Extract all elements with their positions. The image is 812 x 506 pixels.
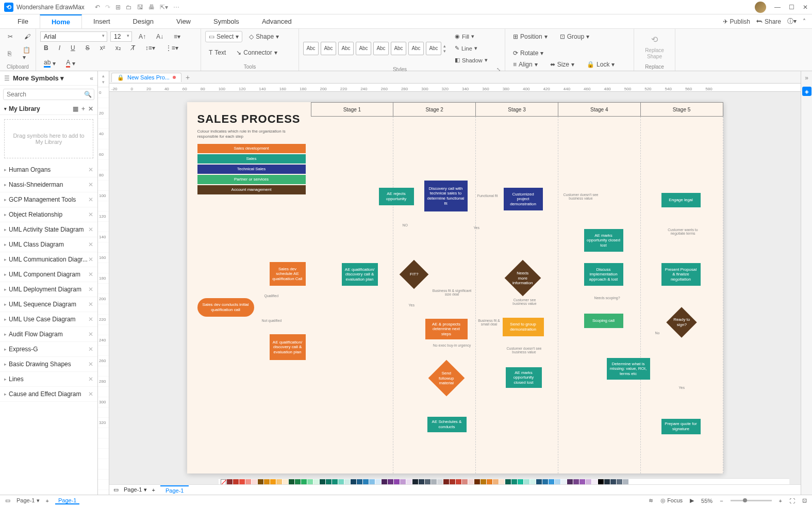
expand-right-icon[interactable]: » <box>805 74 808 81</box>
close-category-icon[interactable]: ✕ <box>88 226 93 233</box>
shape-schedule-call[interactable]: Sales dev schedule AE qualification Call <box>270 262 306 286</box>
shape-closed-lost-1[interactable]: AE marks opportunity closed lost <box>506 367 542 388</box>
category-item[interactable]: ▸UML Deployment Diagram✕ <box>0 282 97 297</box>
new-icon[interactable]: ⊞ <box>115 4 121 11</box>
category-item[interactable]: ▸UML Communication Diagr...✕ <box>0 252 97 267</box>
more-icon[interactable]: ⋯ <box>173 4 179 11</box>
diagram-page[interactable]: SALES PROCESS Colour indicates which rol… <box>187 102 723 474</box>
italic-icon[interactable]: I <box>55 42 64 54</box>
shape-prepare-quote[interactable]: Prepare quote for signature <box>661 419 701 434</box>
shape-engage-legal[interactable]: Engage legal <box>661 193 701 207</box>
connector-tool[interactable]: ↘ Connector ▾ <box>233 47 280 58</box>
decrease-font-icon[interactable]: A↓ <box>153 31 167 42</box>
add-tab-icon[interactable]: + <box>186 73 190 81</box>
undo-icon[interactable]: ↶ <box>95 4 100 11</box>
shape-tool[interactable]: ◇ Shape ▾ <box>245 31 283 42</box>
publish-button[interactable]: ✈ Publish <box>723 18 750 25</box>
clear-format-icon[interactable]: T̸ <box>128 42 139 54</box>
copy-icon[interactable]: ⎘ <box>4 44 15 63</box>
close-category-icon[interactable]: ✕ <box>88 196 93 203</box>
style-up-icon[interactable]: ▴ <box>443 43 446 48</box>
category-item[interactable]: ▸UML Sequence Diagram✕ <box>0 297 97 312</box>
close-category-icon[interactable]: ✕ <box>88 166 93 173</box>
replace-shape-button[interactable]: Replace Shape <box>638 47 671 60</box>
zoom-slider[interactable] <box>731 500 772 501</box>
format-painter-icon[interactable]: 🖌 <box>21 31 34 42</box>
category-item[interactable]: ▸UML Class Diagram✕ <box>0 237 97 252</box>
shape-ae-schedules[interactable]: AE Schedules & conducts <box>427 417 467 432</box>
search-input[interactable] <box>7 91 84 98</box>
category-item[interactable]: ▸UML Use Case Diagram✕ <box>0 312 97 327</box>
bullets-icon[interactable]: ⋮≡▾ <box>162 42 182 54</box>
page-list-icon[interactable]: ▭ <box>113 486 119 493</box>
close-category-icon[interactable]: ✕ <box>88 211 93 218</box>
menu-insert[interactable]: Insert <box>82 14 122 28</box>
menu-design[interactable]: Design <box>122 14 165 28</box>
active-page-status[interactable]: Page-1 <box>55 497 79 504</box>
category-item[interactable]: ▸UML Component Diagram✕ <box>0 267 97 282</box>
menu-view[interactable]: View <box>165 14 202 28</box>
scroll-up-icon[interactable]: ▴ <box>102 73 105 78</box>
rotate-button[interactable]: ⟳ Rotate▾ <box>509 47 547 59</box>
panel-menu-icon[interactable]: ☰ <box>4 75 10 82</box>
search-icon[interactable]: 🔍 <box>84 91 92 98</box>
collapse-panel-icon[interactable]: « <box>90 75 93 82</box>
category-item[interactable]: ▸UML Activity State Diagram✕ <box>0 222 97 237</box>
underline-icon[interactable]: U <box>67 42 79 54</box>
redo-icon[interactable]: ↷ <box>105 4 110 11</box>
export-icon[interactable]: ⇱▾ <box>160 4 168 11</box>
fullscreen-icon[interactable]: ⊡ <box>802 497 807 504</box>
focus-button[interactable]: ◎ Focus <box>660 497 683 504</box>
canvas-viewport[interactable]: SALES PROCESS Colour indicates which rol… <box>109 92 801 495</box>
lib-add-icon[interactable]: + <box>81 105 85 112</box>
library-dropzone[interactable]: Drag symbols here to add to My Library <box>4 119 93 158</box>
document-tab[interactable]: 🔒 New Sales Pro... <box>111 73 181 82</box>
highlight-icon[interactable]: ab▾ <box>40 57 59 70</box>
category-item[interactable]: ▸Express-G✕ <box>0 342 97 357</box>
maximize-icon[interactable]: ☐ <box>789 4 794 11</box>
user-avatar[interactable] <box>755 2 766 13</box>
presentation-icon[interactable]: ▶ <box>690 497 694 504</box>
shadow-button[interactable]: ◧ Shadow▾ <box>451 55 491 66</box>
line-spacing-icon[interactable]: ↕≡▾ <box>142 42 159 54</box>
style-swatch[interactable]: Abc <box>391 42 406 55</box>
group-button[interactable]: ⊡ Group▾ <box>556 31 593 42</box>
close-category-icon[interactable]: ✕ <box>88 316 93 323</box>
cut-icon[interactable]: ✂ <box>4 31 16 42</box>
menu-symbols[interactable]: Symbols <box>202 14 251 28</box>
category-item[interactable]: ▸Human Organs✕ <box>0 162 97 177</box>
category-item[interactable]: ▸Nassi-Shneiderman✕ <box>0 177 97 192</box>
print-icon[interactable]: 🖶 <box>148 4 155 11</box>
select-tool[interactable]: ▭ Select ▾ <box>205 31 242 42</box>
shape-eval-plan[interactable]: AE qualification/ discovery call & evalu… <box>270 334 306 360</box>
menu-file[interactable]: File <box>6 14 40 28</box>
category-item[interactable]: ▸Cause and Effect Diagram✕ <box>0 387 97 402</box>
category-item[interactable]: ▸Object Relationship✕ <box>0 207 97 222</box>
close-category-icon[interactable]: ✕ <box>88 301 93 308</box>
font-color-icon[interactable]: A▾ <box>62 57 79 70</box>
style-down-icon[interactable]: ▾ <box>443 48 446 54</box>
fill-button[interactable]: ◉ Fill▾ <box>451 31 491 42</box>
menu-home[interactable]: Home <box>40 14 82 28</box>
style-swatch[interactable]: Abc <box>338 42 354 55</box>
shape-closed-lost-2[interactable]: AE marks opportunity closed lost <box>584 229 623 252</box>
style-swatch[interactable]: Abc <box>303 42 319 55</box>
position-button[interactable]: ⊞ Position▾ <box>509 31 551 42</box>
style-swatch[interactable]: Abc <box>426 42 441 55</box>
shape-initial-call[interactable]: Sales dev conducts initial qualification… <box>197 298 254 317</box>
close-category-icon[interactable]: ✕ <box>88 241 93 248</box>
align-icon[interactable]: ≡▾ <box>170 31 184 42</box>
close-category-icon[interactable]: ✕ <box>88 346 93 353</box>
size-button[interactable]: ⬌ Size▾ <box>546 59 578 70</box>
zoom-level[interactable]: 55% <box>701 498 712 504</box>
save-icon[interactable]: 🖫 <box>137 4 143 11</box>
close-category-icon[interactable]: ✕ <box>88 361 93 368</box>
align-button[interactable]: ≡ Align▾ <box>509 59 541 70</box>
style-swatch[interactable]: Abc <box>408 42 424 55</box>
strike-icon[interactable]: S <box>82 42 93 54</box>
shape-discovery-call[interactable]: Discovery call with technical sales to d… <box>424 181 468 211</box>
add-page-status-icon[interactable]: + <box>46 498 49 504</box>
superscript-icon[interactable]: x² <box>96 42 109 54</box>
subscript-icon[interactable]: x₂ <box>112 42 125 54</box>
open-icon[interactable]: 🗀 <box>126 4 132 11</box>
